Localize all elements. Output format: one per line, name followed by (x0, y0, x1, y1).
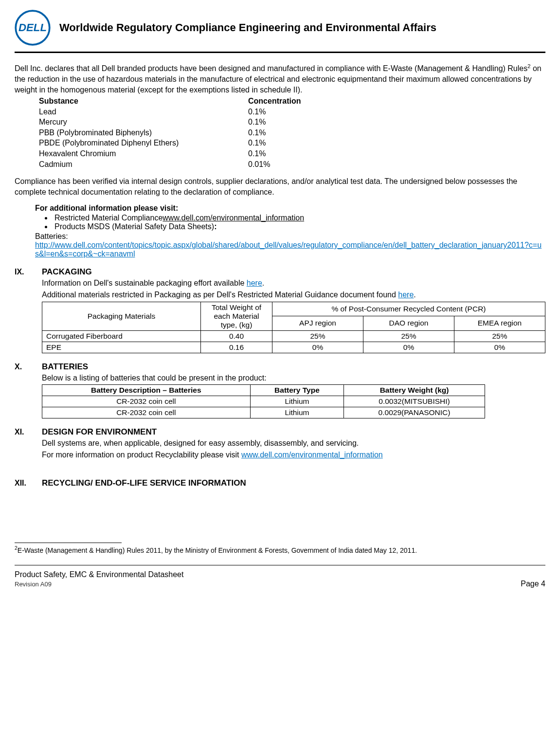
table-row: EPE 0.16 0% 0% 0% (42, 342, 545, 353)
substance-value: 0.1% (248, 127, 545, 138)
section-x-header: X. BATTERIES (15, 362, 545, 372)
cell-apj: 0% (272, 342, 363, 353)
section-title: BATTERIES (42, 362, 88, 372)
packaging-header-weight: Total Weight of each Material type, (kg) (201, 302, 272, 330)
cell-emea: 25% (454, 330, 545, 342)
section-title: DESIGN FOR ENVIRONMENT (42, 427, 157, 437)
cell-material: EPE (42, 342, 201, 353)
section-ix-body: Information on Dell's sustainable packag… (42, 278, 545, 353)
here-link[interactable]: here (247, 279, 262, 287)
table-row: Corrugated Fiberboard 0.40 25% 25% 25% (42, 330, 545, 342)
section-title: PACKAGING (42, 267, 92, 277)
bullet-text: Restricted Material Compliance (54, 214, 163, 222)
cell-apj: 25% (272, 330, 363, 342)
list-item: Restricted Material Compliancewww.dell.c… (53, 214, 545, 222)
section-xi-body: Dell systems are, when applicable, desig… (42, 438, 545, 460)
additional-info-title: For additional information please visit: (35, 204, 545, 213)
svg-text:DELL: DELL (18, 21, 47, 34)
cell-desc: CR-2032 coin cell (42, 396, 251, 407)
section-x-body: Below is a listing of batteries that cou… (42, 373, 545, 419)
section-title: RECYCLING/ END-OF-LIFE SERVICE INFORMATI… (42, 478, 246, 488)
header-title: Worldwide Regulatory Compliance Engineer… (59, 21, 436, 34)
page-footer: Product Safety, EMC & Environmental Data… (15, 569, 545, 588)
page-header: DELL Worldwide Regulatory Compliance Eng… (15, 10, 545, 53)
substance-name: Mercury (39, 117, 248, 127)
packaging-header-materials: Packaging Materials (42, 302, 201, 330)
substance-table: Substance Concentration Lead 0.1% Mercur… (39, 96, 545, 169)
section-xi-header: XI. DESIGN FOR ENVIRONMENT (15, 427, 545, 437)
cell-weight: 0.0032(MITSUBISHI) (344, 396, 485, 407)
ix-line2b: . (414, 290, 415, 299)
batteries-intro: Below is a listing of batteries that cou… (42, 373, 545, 383)
ix-line1a: Information on Dell's sustainable packag… (42, 279, 247, 287)
section-xii-header: XII. RECYCLING/ END-OF-LIFE SERVICE INFO… (15, 478, 545, 488)
footnote: 2E-Waste (Management & Handling) Rules 2… (15, 545, 545, 554)
footnote-text: E-Waste (Management & Handling) Rules 20… (18, 546, 417, 554)
cell-type: Lithium (250, 396, 344, 407)
section-ix-header: IX. PACKAGING (15, 267, 545, 277)
page-rule (15, 565, 545, 565)
dell-logo-icon: DELL (15, 10, 51, 46)
cell-weight: 0.16 (201, 342, 272, 353)
substance-name: Cadmium (39, 159, 248, 170)
batteries-link-wrap: http://www.dell.com/content/topics/topic… (35, 241, 545, 258)
substance-name: PBB (Polybrominated Biphenyls) (39, 127, 248, 138)
footnote-rule (15, 543, 122, 543)
substance-name: Lead (39, 107, 248, 117)
substance-header: Substance (39, 96, 248, 107)
substance-value: 0.1% (248, 138, 545, 148)
bullet-text: Products MSDS (Material Safety Data Shee… (54, 222, 214, 231)
ix-line2a: Additional materials restricted in Packa… (42, 290, 398, 299)
substance-value: 0.01% (248, 159, 545, 170)
bullet-link[interactable]: www.dell.com/environmental_information (163, 214, 304, 222)
batteries-header-weight: Battery Weight (kg) (344, 385, 485, 396)
table-row: CR-2032 coin cell Lithium 0.0032(MITSUBI… (42, 396, 485, 407)
packaging-header-pcr: % of Post-Consumer Recycled Content (PCR… (272, 302, 545, 316)
substance-name: Hexavalent Chromium (39, 148, 248, 159)
compliance-paragraph: Compliance has been verified via interna… (15, 176, 545, 197)
footer-title: Product Safety, EMC & Environmental Data… (15, 569, 183, 580)
environmental-link[interactable]: www.dell.com/environmental_information (241, 451, 383, 459)
substance-value: 0.1% (248, 117, 545, 127)
xi-line1: Dell systems are, when applicable, desig… (42, 438, 545, 449)
cell-material: Corrugated Fiberboard (42, 330, 201, 342)
footer-revision: Revision A09 (15, 580, 183, 589)
cell-weight: 0.40 (201, 330, 272, 342)
table-row: CR-2032 coin cell Lithium 0.0029(PANASON… (42, 407, 485, 418)
concentration-header: Concentration (248, 96, 545, 107)
ix-line1b: . (262, 279, 264, 287)
batteries-label: Batteries: (35, 232, 545, 241)
packaging-header-dao: DAO region (363, 316, 454, 331)
section-number: XI. (15, 428, 42, 436)
xi-line2a: For more information on product Recyclab… (42, 451, 241, 459)
batteries-link[interactable]: http://www.dell.com/content/topics/topic… (35, 241, 542, 258)
packaging-header-apj: APJ region (272, 316, 363, 331)
cell-type: Lithium (250, 407, 344, 418)
substance-value: 0.1% (248, 148, 545, 159)
section-number: XII. (15, 479, 42, 488)
section-number: X. (15, 363, 42, 371)
additional-info-list: Restricted Material Compliancewww.dell.c… (53, 214, 545, 231)
intro-text-a: Dell Inc. declares that all Dell branded… (15, 64, 527, 73)
intro-paragraph: Dell Inc. declares that all Dell branded… (15, 63, 545, 95)
bullet-colon: : (214, 222, 217, 231)
list-item: Products MSDS (Material Safety Data Shee… (53, 222, 545, 231)
batteries-table: Battery Description – Batteries Battery … (42, 384, 485, 418)
cell-weight: 0.0029(PANASONIC) (344, 407, 485, 418)
substance-name: PBDE (Polybrominated Diphenyl Ethers) (39, 138, 248, 148)
cell-emea: 0% (454, 342, 545, 353)
substance-value: 0.1% (248, 107, 545, 117)
batteries-header-type: Battery Type (250, 385, 344, 396)
packaging-table: Packaging Materials Total Weight of each… (42, 302, 545, 353)
cell-dao: 25% (363, 330, 454, 342)
section-number: IX. (15, 268, 42, 276)
cell-dao: 0% (363, 342, 454, 353)
batteries-header-desc: Battery Description – Batteries (42, 385, 251, 396)
packaging-header-emea: EMEA region (454, 316, 545, 331)
footer-page: Page 4 (521, 580, 545, 588)
cell-desc: CR-2032 coin cell (42, 407, 251, 418)
here-link[interactable]: here (398, 290, 414, 299)
